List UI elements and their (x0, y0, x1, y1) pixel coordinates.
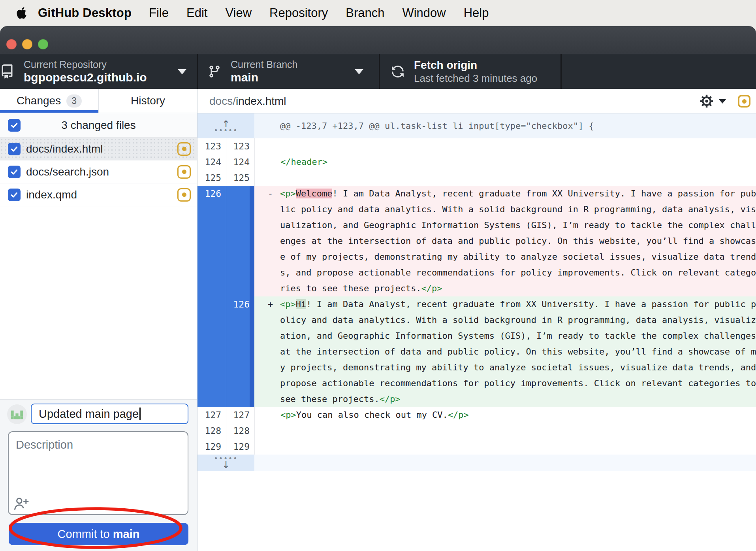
new-line-number: 123 (226, 138, 254, 154)
old-line-number: 129 (197, 439, 226, 455)
selected-line-gutter[interactable]: 126 (197, 296, 254, 407)
menu-app-name[interactable]: GitHub Desktop (38, 6, 132, 20)
add-coauthor-icon[interactable] (13, 496, 29, 512)
file-row[interactable]: docs/index.html (0, 138, 197, 160)
commit-description-input[interactable] (9, 432, 188, 514)
file-basename: search.json (53, 166, 109, 178)
diff-code-row: -<p>Welcome! I am Data Analyst, recent g… (254, 186, 756, 202)
zoom-window-button[interactable] (38, 39, 48, 49)
repo-icon (0, 64, 14, 79)
new-line-number: 129 (226, 439, 254, 455)
diff-code-row: ation, and Geographic Information System… (254, 328, 756, 344)
diff-code-row: olicy and data analytics. With a solid b… (254, 312, 756, 328)
diff-code-row: s, and propose actionable recommendation… (254, 265, 756, 281)
file-checkbox[interactable] (8, 166, 21, 178)
tab-changes[interactable]: Changes3 (0, 89, 98, 113)
chevron-down-icon (178, 69, 186, 74)
menu-item-branch[interactable]: Branch (346, 6, 384, 20)
expand-filler (254, 455, 756, 471)
current-branch-button[interactable]: Current Branch main (198, 54, 379, 89)
file-checkbox[interactable] (8, 143, 21, 155)
commit-summary-input[interactable]: Updated main page (31, 404, 188, 424)
menu-item-file[interactable]: File (149, 6, 169, 20)
diff-block-added[interactable]: 126+<p>Hi! I am Data Analyst, recent gra… (197, 296, 756, 407)
diff-line-context[interactable]: 128128 (197, 423, 756, 439)
modified-status-icon (177, 165, 191, 179)
window-titlebar (0, 26, 756, 54)
diff-line-content: <p>You can also check out my CV.</p> (255, 407, 756, 423)
expand-down-control[interactable]: •••••↓ (197, 455, 254, 471)
file-row[interactable]: docs/search.json (0, 160, 197, 183)
changes-sidebar: Changes3History 3 changed files docs/ind… (0, 89, 197, 551)
diff-code-row: +<p>Hi! I am Data Analyst, recent gradua… (254, 296, 756, 312)
tab-label: Changes (17, 94, 61, 107)
file-basename: index.qmd (26, 189, 77, 201)
diff-code-row: ries to see these projects.</p> (254, 281, 756, 296)
diff-line-content (255, 170, 756, 186)
diff-line-context[interactable]: 125125 (197, 170, 756, 186)
diff-block-removed[interactable]: 126-<p>Welcome! I am Data Analyst, recen… (197, 186, 756, 296)
modified-status-icon (738, 95, 750, 108)
diff-line-content: </header> (255, 154, 756, 170)
text-caret (139, 408, 141, 420)
expand-up-control[interactable]: ↑••••• (197, 113, 254, 138)
hunk-header-text: @@ -123,7 +123,7 @@ ul.task-list li inpu… (254, 113, 756, 138)
new-line-number: 127 (226, 407, 254, 423)
chevron-down-icon[interactable] (719, 99, 726, 104)
tab-label: History (131, 94, 165, 107)
file-basename: index.html (53, 143, 103, 155)
avatar (7, 404, 27, 424)
diff-line-context[interactable]: 124124</header> (197, 154, 756, 170)
new-line-number: 124 (226, 154, 254, 170)
diff-line-context[interactable]: 123123 (197, 138, 756, 154)
diff-code-row: see these projects.</p> (254, 391, 756, 407)
current-repository-value: bgpopescu2.github.io (24, 70, 147, 85)
close-window-button[interactable] (6, 39, 17, 49)
branch-icon (208, 65, 221, 78)
diff-line-context[interactable]: 129129 (197, 439, 756, 455)
main-content: Changes3History 3 changed files docs/ind… (0, 89, 756, 551)
diff-hunk-header: ↑•••••@@ -123,7 +123,7 @@ ul.task-list l… (197, 113, 756, 138)
old-line-number: 127 (197, 407, 226, 423)
diff-marker: - (268, 186, 273, 202)
file-row[interactable]: index.qmd (0, 183, 197, 206)
chevron-down-icon (355, 69, 363, 74)
current-repository-button[interactable]: Current Repository bgpopescu2.github.io (0, 54, 197, 89)
apple-icon[interactable] (17, 7, 27, 19)
file-dir: docs/ (26, 166, 53, 178)
tab-history[interactable]: History (98, 89, 197, 113)
fetch-origin-button[interactable]: Fetch origin Last fetched 3 minutes ago (380, 54, 560, 89)
screen: GitHub Desktop FileEditViewRepositoryBra… (0, 0, 756, 551)
menu-item-repository[interactable]: Repository (269, 6, 328, 20)
changes-count-badge: 3 (66, 94, 82, 108)
modified-status-icon (177, 188, 191, 202)
diff-code-row: y projects, demonstrating my ability to … (254, 360, 756, 376)
toolbar: Current Repository bgpopescu2.github.io … (0, 54, 756, 89)
expand-down-row: •••••↓ (197, 455, 756, 471)
diff-block-code: -<p>Welcome! I am Data Analyst, recent g… (254, 186, 756, 296)
diff-code-row: lic policy and data analytics. With a so… (254, 202, 756, 217)
fetch-origin-label: Fetch origin (414, 58, 537, 72)
diff-line-context[interactable]: 127127<p>You can also check out my CV.</… (197, 407, 756, 423)
menu-item-window[interactable]: Window (402, 6, 446, 20)
gear-icon[interactable] (700, 94, 713, 108)
fetch-origin-sub: Last fetched 3 minutes ago (414, 72, 537, 85)
menu-item-view[interactable]: View (225, 6, 252, 20)
commit-to-main-button[interactable]: Commit to main (9, 523, 188, 545)
minimize-window-button[interactable] (22, 39, 32, 49)
new-line-number: 125 (226, 170, 254, 186)
file-name-label: docs/search.json (26, 166, 109, 178)
current-branch-value: main (231, 70, 298, 85)
selected-line-gutter[interactable]: 126 (197, 186, 254, 296)
diff-body: ↑•••••@@ -123,7 +123,7 @@ ul.task-list l… (197, 113, 756, 551)
diff-file-path: docs/index.html (209, 95, 286, 108)
menu-item-help[interactable]: Help (464, 6, 489, 20)
menu-item-edit[interactable]: Edit (186, 6, 207, 20)
sync-icon (391, 65, 404, 78)
file-checkbox[interactable] (8, 189, 21, 201)
old-line-number: 125 (197, 170, 226, 186)
diff-code-row: e of my projects, demonstrating my abili… (254, 249, 756, 265)
diff-line-content (255, 439, 756, 455)
file-name-label: index.qmd (26, 189, 77, 201)
changed-files-summary-row[interactable]: 3 changed files (0, 113, 197, 138)
